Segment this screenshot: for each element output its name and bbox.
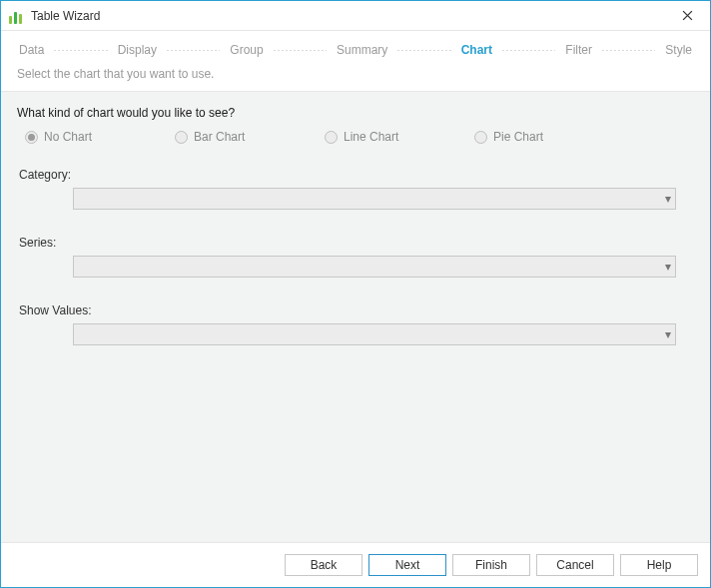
showvalues-field-group: Show Values: ▾ — [17, 303, 694, 345]
radio-icon — [175, 131, 188, 144]
showvalues-label: Show Values: — [19, 303, 694, 317]
table-wizard-window: Table Wizard Data Display Group Summary … — [0, 0, 711, 588]
series-field-group: Series: ▾ — [17, 236, 694, 278]
back-button[interactable]: Back — [285, 554, 362, 576]
wizard-subtitle: Select the chart that you want to use. — [17, 67, 694, 81]
step-display[interactable]: Display — [116, 43, 159, 57]
radio-label: Pie Chart — [493, 130, 543, 144]
series-label: Series: — [19, 236, 694, 250]
category-field-group: Category: ▾ — [17, 168, 694, 210]
step-data[interactable]: Data — [17, 43, 46, 57]
radio-icon — [474, 131, 487, 144]
next-button[interactable]: Next — [368, 554, 446, 576]
titlebar: Table Wizard — [1, 1, 710, 31]
series-dropdown[interactable]: ▾ — [73, 256, 676, 278]
chevron-down-icon: ▾ — [665, 260, 671, 274]
wizard-content: What kind of chart would you like to see… — [1, 92, 710, 543]
radio-label: No Chart — [44, 130, 92, 144]
category-dropdown[interactable]: ▾ — [73, 188, 676, 210]
chart-type-group: No Chart Bar Chart Line Chart Pie Chart — [17, 130, 694, 144]
close-button[interactable] — [672, 2, 702, 30]
radio-no-chart[interactable]: No Chart — [25, 130, 175, 144]
cancel-button[interactable]: Cancel — [536, 554, 614, 576]
finish-button[interactable]: Finish — [452, 554, 530, 576]
step-group[interactable]: Group — [228, 43, 265, 57]
step-style[interactable]: Style — [663, 43, 694, 57]
app-icon — [9, 8, 25, 24]
wizard-footer: Back Next Finish Cancel Help — [1, 543, 710, 587]
help-button[interactable]: Help — [620, 554, 698, 576]
radio-icon — [25, 131, 38, 144]
step-chart[interactable]: Chart — [459, 43, 494, 57]
close-icon — [682, 10, 693, 21]
wizard-steps: Data Display Group Summary Chart Filter … — [17, 43, 694, 57]
wizard-header: Data Display Group Summary Chart Filter … — [1, 31, 710, 92]
radio-icon — [325, 131, 338, 144]
chart-type-question: What kind of chart would you like to see… — [17, 106, 694, 120]
step-filter[interactable]: Filter — [563, 43, 594, 57]
showvalues-dropdown[interactable]: ▾ — [73, 323, 676, 345]
chevron-down-icon: ▾ — [665, 327, 671, 341]
radio-line-chart[interactable]: Line Chart — [325, 130, 474, 144]
radio-pie-chart[interactable]: Pie Chart — [474, 130, 624, 144]
window-title: Table Wizard — [31, 9, 100, 23]
step-summary[interactable]: Summary — [335, 43, 389, 57]
radio-label: Bar Chart — [194, 130, 245, 144]
chevron-down-icon: ▾ — [665, 192, 671, 206]
radio-bar-chart[interactable]: Bar Chart — [175, 130, 325, 144]
category-label: Category: — [19, 168, 694, 182]
radio-label: Line Chart — [344, 130, 398, 144]
